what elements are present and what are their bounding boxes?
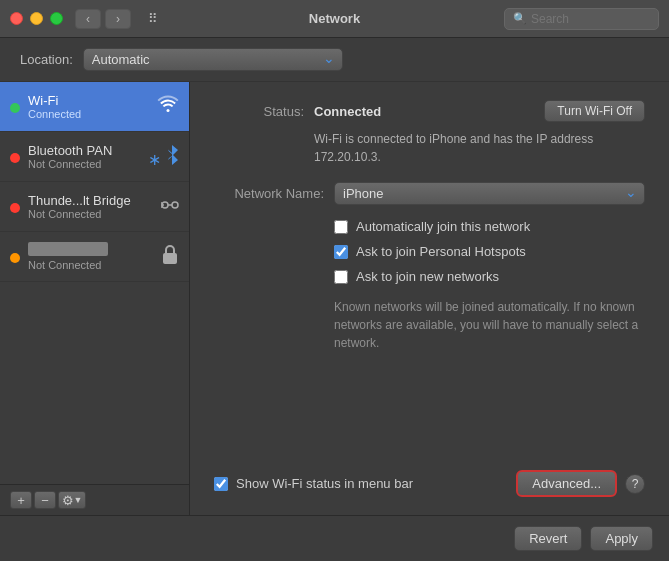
network-info-thunderbolt: Thunde...lt Bridge Not Connected (28, 193, 153, 220)
grid-icon: ⠿ (148, 11, 158, 26)
search-box[interactable]: 🔍 (504, 8, 659, 30)
svg-rect-5 (163, 253, 177, 264)
bluetooth-icon: ∗ (148, 145, 179, 169)
sidebar-item-bluetooth-pan[interactable]: Bluetooth PAN Not Connected ∗ (0, 132, 189, 182)
search-input[interactable] (531, 12, 650, 26)
titlebar: ‹ › ⠿ Network 🔍 (0, 0, 669, 38)
status-dot-thunderbolt (10, 203, 20, 213)
network-name-vpn (28, 242, 108, 256)
detail-panel: Status: Connected Turn Wi-Fi Off Wi-Fi i… (190, 82, 669, 515)
network-name-label: Network Name: (214, 186, 324, 201)
middle-section: Wi-Fi Connected (0, 82, 669, 515)
ask-hotspot-checkbox[interactable] (334, 245, 348, 259)
bottom-controls: Show Wi-Fi status in menu bar Advanced..… (214, 470, 645, 497)
auto-join-label[interactable]: Automatically join this network (356, 219, 530, 234)
network-name-select[interactable]: iPhone (334, 182, 645, 205)
location-bar: Location: Automatic Edit Locations... (0, 38, 669, 82)
add-network-button[interactable]: + (10, 491, 32, 509)
ask-hotspot-row: Ask to join Personal Hotspots (334, 244, 645, 259)
svg-point-1 (172, 202, 178, 208)
network-info-vpn: Not Connected (28, 242, 153, 271)
show-wifi-row: Show Wi-Fi status in menu bar (214, 476, 413, 491)
status-row: Status: Connected Turn Wi-Fi Off (214, 100, 645, 122)
location-select[interactable]: Automatic Edit Locations... (83, 48, 343, 71)
chevron-down-icon: ▼ (74, 495, 83, 505)
network-status-thunderbolt: Not Connected (28, 208, 153, 220)
location-label: Location: (20, 52, 73, 67)
turn-off-button[interactable]: Turn Wi-Fi Off (544, 100, 645, 122)
show-wifi-checkbox[interactable] (214, 477, 228, 491)
auto-join-row: Automatically join this network (334, 219, 645, 234)
network-settings-button[interactable]: ⚙ ▼ (58, 491, 86, 509)
grid-button[interactable]: ⠿ (139, 8, 167, 30)
network-status-wifi: Connected (28, 108, 149, 120)
network-status-vpn: Not Connected (28, 259, 153, 271)
known-networks-note: Known networks will be joined automatica… (334, 298, 644, 352)
thunderbolt-icon (161, 196, 179, 217)
help-button[interactable]: ? (625, 474, 645, 494)
auto-join-checkbox[interactable] (334, 220, 348, 234)
status-dot-bluetooth (10, 153, 20, 163)
window-title: Network (309, 11, 360, 26)
ask-new-checkbox[interactable] (334, 270, 348, 284)
network-name-row: Network Name: iPhone (214, 182, 645, 205)
gear-icon: ⚙ (62, 493, 74, 508)
ask-new-row: Ask to join new networks (334, 269, 645, 284)
search-icon: 🔍 (513, 12, 527, 25)
app-window: ‹ › ⠿ Network 🔍 Location: Automatic Edit… (0, 0, 669, 561)
network-name-wifi: Wi-Fi (28, 93, 149, 108)
sidebar-list: Wi-Fi Connected (0, 82, 189, 484)
network-name-thunderbolt: Thunde...lt Bridge (28, 193, 153, 208)
status-label: Status: (214, 104, 304, 119)
action-bar: Revert Apply (0, 515, 669, 561)
network-status-bluetooth: Not Connected (28, 158, 140, 170)
sidebar-controls: + − ⚙ ▼ (0, 484, 189, 515)
ask-new-label[interactable]: Ask to join new networks (356, 269, 499, 284)
forward-button[interactable]: › (105, 9, 131, 29)
remove-network-button[interactable]: − (34, 491, 56, 509)
network-name-select-wrapper: iPhone (334, 182, 645, 205)
network-info-bluetooth: Bluetooth PAN Not Connected (28, 143, 140, 170)
status-value: Connected (314, 104, 381, 119)
sidebar-wrapper: Wi-Fi Connected (0, 82, 190, 515)
status-dot-vpn (10, 253, 20, 263)
wifi-icon (157, 95, 179, 118)
network-info-wifi: Wi-Fi Connected (28, 93, 149, 120)
close-button[interactable] (10, 12, 23, 25)
back-button[interactable]: ‹ (75, 9, 101, 29)
lock-icon (161, 244, 179, 269)
apply-button[interactable]: Apply (590, 526, 653, 551)
ask-hotspot-label[interactable]: Ask to join Personal Hotspots (356, 244, 526, 259)
status-dot-wifi (10, 103, 20, 113)
sidebar-item-thunderbolt[interactable]: Thunde...lt Bridge Not Connected (0, 182, 189, 232)
advanced-button[interactable]: Advanced... (516, 470, 617, 497)
sidebar-item-wifi[interactable]: Wi-Fi Connected (0, 82, 189, 132)
revert-button[interactable]: Revert (514, 526, 582, 551)
location-select-wrapper: Automatic Edit Locations... (83, 48, 343, 71)
show-wifi-label[interactable]: Show Wi-Fi status in menu bar (236, 476, 413, 491)
status-description: Wi-Fi is connected to iPhone and has the… (314, 130, 645, 166)
maximize-button[interactable] (50, 12, 63, 25)
minimize-button[interactable] (30, 12, 43, 25)
traffic-lights (10, 12, 63, 25)
sidebar-item-vpn[interactable]: Not Connected (0, 232, 189, 282)
nav-buttons: ‹ › (75, 9, 131, 29)
network-name-bluetooth: Bluetooth PAN (28, 143, 140, 158)
